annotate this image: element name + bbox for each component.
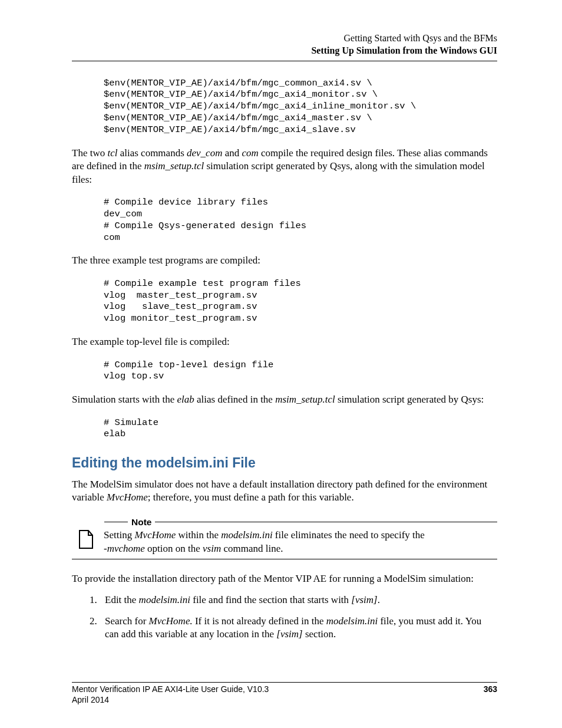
header-rule [72, 61, 497, 61]
footer-rule [72, 682, 497, 683]
list-item: 2. Search for MvcHome. If it is not alre… [90, 615, 497, 641]
paragraph: The example top-level file is compiled: [72, 335, 497, 348]
page: Getting Started with Qsys and the BFMs S… [0, 0, 562, 728]
note-icon [72, 529, 100, 549]
note-rule-bottom [72, 559, 497, 559]
paragraph: The three example test programs are comp… [72, 254, 497, 267]
list-number: 1. [90, 594, 105, 607]
heading-editing-modelsim: Editing the modelsim.ini File [72, 454, 497, 472]
list-text: Search for MvcHome. If it is not already… [105, 615, 497, 641]
page-icon [78, 530, 94, 549]
paragraph: The ModelSim simulator does not have a d… [72, 478, 497, 505]
code-block-elab: # Simulate elab [104, 417, 497, 441]
code-block-env-files: $env(MENTOR_VIP_AE)/axi4/bfm/mgc_common_… [104, 78, 497, 136]
paragraph: Simulation starts with the elab alias de… [72, 393, 497, 406]
note-label: Note [130, 516, 153, 528]
note-head: Note [72, 516, 497, 528]
note-rule-left [104, 522, 128, 522]
running-header: Getting Started with Qsys and the BFMs S… [72, 32, 497, 57]
footer: Mentor Verification IP AE AXI4-Lite User… [72, 682, 497, 706]
list-item: 1. Edit the modelsim.ini file and find t… [90, 594, 497, 607]
note-rule-right [155, 522, 497, 522]
code-block-top: # Compile top-level design file vlog top… [104, 360, 497, 383]
code-block-test-programs: # Compile example test program files vlo… [104, 278, 497, 325]
note-body: Setting MvcHome within the modelsim.ini … [72, 528, 497, 558]
note-text: Setting MvcHome within the modelsim.ini … [100, 529, 497, 555]
footer-date: April 2014 [72, 695, 497, 706]
footer-row: Mentor Verification IP AE AXI4-Lite User… [72, 684, 497, 695]
page-number: 363 [484, 684, 497, 695]
note-box: Note Setting MvcHome within the modelsim… [72, 516, 497, 559]
ordered-list: 1. Edit the modelsim.ini file and find t… [90, 594, 497, 641]
code-block-dev-com: # Compile device library files dev_com #… [104, 197, 497, 243]
header-section: Setting Up Simulation from the Windows G… [72, 45, 497, 57]
list-number: 2. [90, 615, 105, 641]
paragraph: The two tcl alias commands dev_com and c… [72, 147, 497, 186]
paragraph: To provide the installation directory pa… [72, 572, 497, 585]
footer-title: Mentor Verification IP AE AXI4-Lite User… [72, 684, 269, 695]
list-text: Edit the modelsim.ini file and find the … [105, 594, 497, 607]
header-chapter: Getting Started with Qsys and the BFMs [72, 32, 497, 45]
